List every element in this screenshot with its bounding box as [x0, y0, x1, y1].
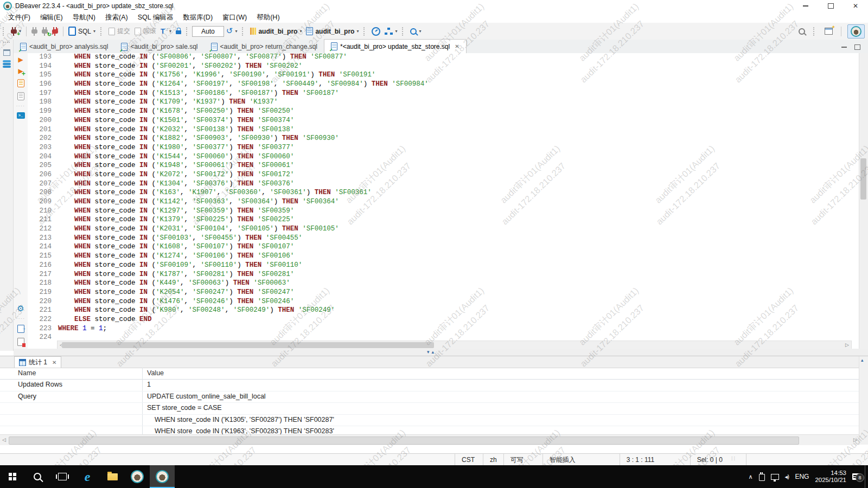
grid-row[interactable]: QueryUPDATE custom_online_sale_bill_loca… [0, 391, 859, 403]
status-item[interactable]: 可写 [503, 454, 542, 466]
code-line[interactable]: 222 ELSE store_code END [28, 316, 859, 325]
code-line[interactable]: 219 WHEN store_code IN ('K2054', 'SF0024… [28, 288, 859, 298]
dashboard-button[interactable] [369, 26, 382, 37]
show-desktop-button[interactable] [865, 465, 868, 488]
editor-vertical-scrollbar[interactable] [859, 53, 868, 349]
network-tray-icon[interactable] [771, 474, 779, 480]
sql-editor-button[interactable]: SQL ▾ [66, 25, 98, 37]
execute-script-icon[interactable] [17, 79, 24, 87]
editor-tab[interactable]: <audit_bi_pro> return_change.sql [205, 40, 324, 53]
code-line[interactable]: 218 WHEN store_code IN ('K449', 'SF00063… [28, 279, 859, 288]
execute-in-new-tab-icon[interactable]: ▶+ [18, 68, 23, 74]
scroll-right-icon[interactable]: ▷ [851, 436, 859, 444]
reconnect-button[interactable]: ↻ [40, 28, 50, 35]
sql-console-icon[interactable]: >_ [17, 112, 25, 119]
menu-item[interactable]: 数据库(D) [178, 13, 218, 22]
code-line[interactable]: 198 WHEN store_code IN ('K1709', 'K1937'… [28, 98, 859, 107]
code-line[interactable]: 220 WHEN store_code IN ('K1476', 'SF0024… [28, 298, 859, 307]
code-line[interactable]: 207 WHEN store_code IN ('K1304', 'SF0037… [28, 180, 859, 189]
database-selector[interactable]: audit_bi_pro ▾ [248, 27, 304, 36]
editor-tab[interactable]: <audit_bi_pro> analysis.sql [14, 40, 114, 53]
open-perspective-button[interactable] [822, 27, 835, 36]
code-line[interactable]: 195 WHEN store_code IN ('K1756', 'K1996'… [28, 71, 859, 80]
code-line[interactable]: 197 WHEN store_code IN ('K1513', 'SF0018… [28, 89, 859, 99]
execute-statement-icon[interactable]: ▶ [18, 56, 23, 63]
commit-mode-select[interactable]: Auto [192, 26, 224, 37]
export-result-icon[interactable] [17, 325, 24, 333]
code-line[interactable]: 196 WHEN store_code IN ('K1264', 'SF0019… [28, 80, 859, 89]
query-history-button[interactable]: ↺ ▾ [224, 26, 240, 36]
input-language-indicator[interactable]: ENG [795, 473, 809, 480]
scroll-right-icon[interactable]: ▷ [843, 341, 851, 349]
task-view-button[interactable] [50, 465, 75, 488]
code-line[interactable]: 210 WHEN store_code IN ('K1297', 'SF0035… [28, 207, 859, 216]
status-item[interactable]: zh [483, 454, 503, 466]
compare-button[interactable]: ▾ [382, 27, 399, 36]
menu-item[interactable]: 搜索(A) [100, 13, 133, 22]
status-item[interactable]: 3 : 1 : 111 [620, 454, 690, 466]
statistics-tab[interactable]: 统计 1 ✕ [14, 356, 61, 368]
internet-explorer-button[interactable]: e [75, 465, 100, 488]
quick-access-search-button[interactable] [796, 27, 807, 36]
action-center-icon[interactable]: 8 [852, 473, 860, 480]
code-line[interactable]: 212 WHEN store_code IN ('K2031', 'SF0010… [28, 225, 859, 234]
code-line[interactable]: 203 WHEN store_code IN ('K1980', 'SF0037… [28, 144, 859, 153]
commit-button[interactable]: 提交 [106, 25, 132, 37]
clock[interactable]: 14:53 2025/10/21 [815, 470, 846, 484]
tab-close-icon[interactable]: ✕ [52, 359, 56, 365]
code-line[interactable]: 215 WHEN store_code IN ('K1274', 'SF0010… [28, 252, 859, 261]
sash-minmax-icons[interactable]: ▾▴ [427, 349, 436, 355]
results-horizontal-scrollbar[interactable]: ◁ ▷ [0, 434, 859, 445]
scroll-up-icon[interactable]: ▴ [861, 357, 864, 363]
code-line[interactable]: 213 WHEN store_code IN ('SF00103', 'SF00… [28, 234, 859, 243]
restore-view-icon[interactable] [3, 49, 10, 56]
tray-expand-icon[interactable]: ∧ [749, 473, 753, 480]
scrollbar-thumb[interactable] [9, 436, 799, 445]
code-line[interactable]: 217 WHEN store_code IN ('K1787', 'SF0028… [28, 271, 859, 280]
search-button[interactable]: ▾ [408, 27, 423, 36]
code-line[interactable]: 221 WHEN store_code IN ('K980', 'SF00248… [28, 306, 859, 316]
results-vertical-scrollbar[interactable]: ▴ [859, 356, 868, 445]
sql-code-editor[interactable]: 193 WHEN store_code IN ('SF00806', 'SF00… [28, 53, 859, 341]
scrollbar-thumb[interactable] [62, 342, 434, 348]
dbeaver-taskbar-button-active[interactable] [150, 465, 175, 488]
code-line[interactable]: 194 WHEN store_code IN ('SF00201', 'SF00… [28, 62, 859, 72]
code-line[interactable]: 209 WHEN store_code IN ('K1142', 'SF0036… [28, 198, 859, 207]
code-line[interactable]: 200 WHEN store_code IN ('K1501', 'SF0037… [28, 117, 859, 126]
lock-button[interactable] [174, 27, 183, 35]
menu-item[interactable]: 窗口(W) [218, 13, 252, 22]
connect-button[interactable] [29, 28, 40, 35]
statistics-grid[interactable]: NameValueUpdated Rows1QueryUPDATE custom… [0, 368, 859, 434]
minimize-button[interactable] [793, 0, 818, 12]
code-line[interactable]: 206 WHEN store_code IN ('K2072', 'SF0017… [28, 171, 859, 180]
unsaved-file-icon[interactable] [17, 338, 24, 346]
code-line[interactable]: 193 WHEN store_code IN ('SF00806', 'SF00… [28, 53, 859, 62]
rollback-button[interactable]: 回滚 [132, 25, 158, 37]
status-item[interactable]: CST [455, 454, 483, 466]
transaction-log-button[interactable]: T∵ ▾ [158, 27, 174, 36]
file-explorer-button[interactable] [100, 465, 125, 488]
maximize-editor-icon[interactable] [854, 44, 860, 50]
taskbar-search-button[interactable] [25, 465, 50, 488]
code-line[interactable]: 224 [28, 333, 859, 341]
splitter-sash[interactable]: ▾▴ [14, 349, 868, 356]
scrollbar-thumb[interactable] [860, 158, 866, 200]
status-item[interactable]: 智能插入 [542, 454, 620, 466]
database-navigator-icon[interactable] [3, 60, 11, 68]
usb-tray-icon[interactable] [759, 474, 765, 481]
code-line[interactable]: 211 WHEN store_code IN ('K1379', 'SF0022… [28, 216, 859, 225]
menu-item[interactable]: 帮助(H) [252, 13, 284, 22]
start-button[interactable] [0, 465, 25, 488]
code-line[interactable]: 214 WHEN store_code IN ('K1608', 'SF0010… [28, 243, 859, 252]
maximize-button[interactable] [818, 0, 843, 12]
editor-settings-icon[interactable]: ⚙ [17, 305, 24, 313]
grid-row[interactable]: Updated Rows1 [0, 379, 859, 391]
schema-selector[interactable]: audit_bi_pro ▾ [304, 26, 361, 36]
code-line[interactable]: 201 WHEN store_code IN ('K2032', 'SF0013… [28, 126, 859, 135]
dbeaver-perspective-button[interactable] [847, 24, 865, 38]
new-connection-button[interactable]: + ▾ [9, 28, 23, 35]
code-line[interactable]: 216 WHEN store_code IN ('SF00109', 'SF00… [28, 261, 859, 271]
dbeaver-taskbar-button[interactable] [125, 465, 150, 488]
minimize-editor-icon[interactable] [841, 47, 847, 48]
tab-close-icon[interactable]: ✕ [455, 43, 459, 49]
